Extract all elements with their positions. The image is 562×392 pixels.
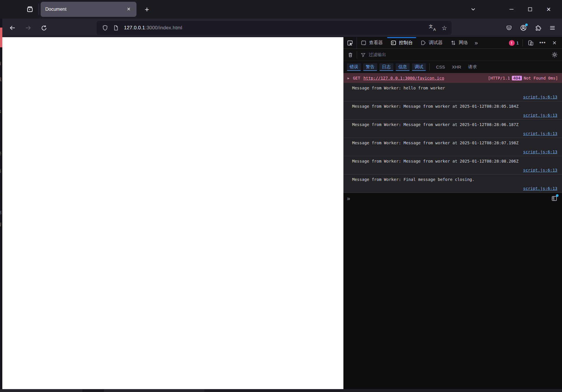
forward-button[interactable]: [23, 22, 34, 33]
filter-funnel-icon: [361, 52, 366, 57]
devtools-menu-button[interactable]: •••: [538, 39, 547, 47]
split-console-notification-dot: [556, 194, 559, 197]
devtools-tab-inspector[interactable]: 查看器: [357, 37, 387, 48]
toolbar-separator: [523, 39, 523, 46]
firefox-view-button[interactable]: [24, 4, 35, 15]
console-message-row: Message from Worker: Message from worker…: [343, 138, 562, 156]
maximize-icon: [527, 7, 533, 12]
console-message-row: Message from Worker: hello from worker s…: [343, 83, 562, 101]
devtools-tab-bar: 查看器 控制台 调试器: [343, 37, 562, 49]
devtools-tab-label: 网络: [459, 40, 468, 46]
tracking-protection-shield-icon[interactable]: [102, 25, 108, 31]
response-protocol: [HTTP/1.1: [488, 76, 510, 80]
element-picker-button[interactable]: [343, 37, 357, 48]
console-settings-gear-icon[interactable]: [551, 51, 558, 58]
status-text: Not Found 0ms]: [524, 76, 558, 80]
error-count-badge[interactable]: ! 1: [509, 40, 519, 46]
sliver-text-fragment: C: [0, 192, 2, 196]
console-output: Message from Worker: hello from worker s…: [343, 83, 562, 193]
console-input-row[interactable]: »: [343, 193, 562, 204]
request-method: GET: [353, 76, 360, 80]
account-button[interactable]: [518, 22, 529, 33]
devtools-tab-label: 调试器: [429, 40, 443, 46]
console-message-row: Message from Worker: Message from worker…: [343, 156, 562, 175]
inspector-icon: [361, 40, 367, 46]
error-count: 1: [516, 40, 519, 45]
sliver-text-fragment: 出: [0, 109, 2, 114]
back-button[interactable]: [7, 22, 18, 33]
error-circle-icon: !: [509, 40, 515, 46]
tab-document[interactable]: Document ✕: [41, 2, 136, 17]
console-source-link[interactable]: script.js:6:13: [523, 131, 557, 136]
console-source-link[interactable]: script.js:6:13: [523, 113, 557, 118]
sliver-text-fragment: 请: [0, 222, 2, 227]
bookmark-star-icon[interactable]: ☆: [442, 25, 447, 31]
firefox-view-icon: [26, 6, 34, 13]
debugger-icon: [420, 40, 426, 46]
sliver-text-fragment: 列: [0, 210, 2, 215]
tab-title: Document: [45, 7, 66, 12]
console-source-link[interactable]: script.js:6:13: [523, 95, 557, 99]
reload-button[interactable]: [38, 22, 49, 33]
console-filter-level-button[interactable]: 错误: [347, 63, 361, 71]
close-window-button[interactable]: ✕: [539, 0, 558, 19]
tab-separator: [39, 4, 39, 15]
console-source-link[interactable]: script.js:6:13: [523, 186, 557, 191]
browser-window: Document ✕ + ✕: [0, 0, 562, 392]
account-notification-dot: [525, 24, 528, 26]
page-info-icon[interactable]: [113, 25, 119, 31]
console-filter-level-button[interactable]: 警告: [363, 63, 377, 71]
pocket-button[interactable]: [503, 22, 514, 33]
console-filter-type-button[interactable]: CSS: [436, 64, 445, 70]
devtools-tab-network[interactable]: 网络: [446, 37, 472, 48]
expand-caret-icon[interactable]: ▶: [347, 76, 350, 80]
menu-button[interactable]: [547, 22, 558, 33]
window-controls: ✕: [502, 0, 558, 19]
console-filter-type-button[interactable]: 请求: [468, 64, 477, 70]
console-filter-type-button[interactable]: XHR: [452, 64, 461, 70]
console-icon: [390, 40, 397, 46]
split-console-toggle-button[interactable]: [550, 194, 559, 203]
page-viewport[interactable]: [2, 37, 343, 389]
devtools-panel: 查看器 控制台 调试器: [343, 37, 562, 392]
console-source-link[interactable]: script.js:6:13: [523, 150, 557, 154]
minimize-icon: [509, 6, 514, 12]
console-message-text: Message from Worker: Final message befor…: [352, 177, 557, 182]
more-tabs-button[interactable]: »: [472, 37, 481, 48]
new-tab-button[interactable]: +: [142, 4, 152, 15]
devtools-tab-debugger[interactable]: 调试器: [417, 37, 446, 48]
filter-separator: [429, 63, 430, 71]
responsive-design-mode-button[interactable]: [527, 39, 535, 47]
request-url-link[interactable]: http://127.0.0.1:3000/favicon.ico: [363, 76, 444, 80]
navigation-toolbar: 127.0.0.1:3000/index.html 文A ☆: [0, 19, 562, 37]
console-message-text: Message from Worker: Message from worker…: [352, 104, 557, 109]
console-filter-bar: 过滤输出: [343, 49, 562, 61]
console-source-link[interactable]: script.js:6:13: [523, 168, 557, 172]
translate-icon[interactable]: 文A: [429, 25, 436, 31]
sliver-text-fragment: 1: [0, 294, 2, 299]
url-text[interactable]: 127.0.0.1:3000/index.html: [124, 25, 182, 31]
extensions-button[interactable]: [532, 22, 543, 33]
url-bar[interactable]: 127.0.0.1:3000/index.html 文A ☆: [97, 21, 452, 35]
clear-console-button[interactable]: [347, 52, 353, 58]
bottom-taskbar-sliver: [0, 389, 562, 392]
devtools-close-button[interactable]: ✕: [550, 39, 559, 47]
sliver-text-fragment: 喜: [0, 168, 2, 174]
minimize-button[interactable]: [502, 0, 521, 19]
filter-output-input[interactable]: 过滤输出: [369, 52, 386, 57]
list-tabs-button[interactable]: [468, 4, 478, 15]
sliver-text-fragment: 首: [0, 61, 2, 66]
console-filter-level-button[interactable]: 调试: [412, 63, 426, 71]
devtools-tab-console[interactable]: 控制台: [387, 37, 417, 48]
tab-close-icon[interactable]: ✕: [126, 6, 132, 13]
network-error-row[interactable]: ▶ GET http://127.0.0.1:3000/favicon.ico …: [343, 73, 562, 83]
forward-icon: [25, 24, 32, 31]
taskbar-segment: [82, 389, 104, 392]
sliver-text-fragment: 9: [0, 93, 2, 98]
network-icon: [450, 40, 456, 46]
maximize-button[interactable]: [521, 0, 539, 19]
console-filter-level-button[interactable]: 日志: [379, 63, 393, 71]
console-filter-level-button[interactable]: 信息: [396, 63, 410, 71]
status-code-badge: 404: [512, 76, 522, 80]
close-icon: ✕: [546, 6, 551, 13]
